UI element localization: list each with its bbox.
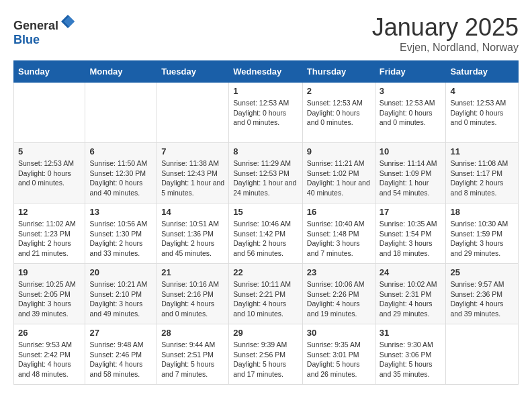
cell-content: Sunrise: 10:56 AM Sunset: 1:30 PM Daylig…: [89, 219, 152, 259]
day-number: 19: [18, 267, 81, 277]
day-number: 7: [161, 146, 224, 156]
calendar-cell: 27Sunrise: 9:48 AM Sunset: 2:46 PM Dayli…: [85, 324, 157, 385]
cell-content: Sunrise: 11:50 AM Sunset: 12:30 PM Dayli…: [89, 158, 152, 198]
day-number: 14: [161, 207, 224, 217]
calendar-cell: 26Sunrise: 9:53 AM Sunset: 2:42 PM Dayli…: [14, 324, 85, 385]
calendar-cell: 17Sunrise: 10:35 AM Sunset: 1:54 PM Dayl…: [375, 203, 446, 264]
cell-content: Sunrise: 10:46 AM Sunset: 1:42 PM Daylig…: [233, 219, 298, 259]
calendar-cell: 24Sunrise: 10:02 AM Sunset: 2:31 PM Dayl…: [375, 264, 446, 324]
calendar-cell: 16Sunrise: 10:40 AM Sunset: 1:48 PM Dayl…: [302, 203, 375, 264]
header-day-tuesday: Tuesday: [157, 61, 229, 83]
cell-content: Sunrise: 10:40 AM Sunset: 1:48 PM Daylig…: [307, 219, 371, 259]
cell-content: Sunrise: 9:30 AM Sunset: 3:06 PM Dayligh…: [380, 340, 442, 379]
day-number: 9: [307, 146, 371, 156]
day-number: 6: [89, 146, 152, 156]
day-number: 16: [307, 207, 371, 217]
calendar-cell: 8Sunrise: 11:29 AM Sunset: 12:53 PM Dayl…: [229, 143, 303, 203]
calendar-cell: 6Sunrise: 11:50 AM Sunset: 12:30 PM Dayl…: [85, 143, 157, 203]
calendar-cell: 9Sunrise: 11:21 AM Sunset: 1:02 PM Dayli…: [302, 143, 375, 203]
day-number: 30: [307, 328, 371, 338]
day-number: 2: [307, 86, 371, 96]
cell-content: Sunrise: 10:06 AM Sunset: 2:26 PM Daylig…: [307, 279, 371, 319]
calendar-cell: 5Sunset: 12:53 AM Daylight: 0 hours and …: [14, 143, 85, 203]
calendar-cell: 2Sunset: 12:53 AM Daylight: 0 hours and …: [302, 83, 375, 143]
cell-content: Sunrise: 9:57 AM Sunset: 2:36 PM Dayligh…: [450, 279, 514, 319]
day-number: 4: [450, 86, 514, 96]
cell-content: Sunrise: 10:35 AM Sunset: 1:54 PM Daylig…: [380, 219, 442, 259]
location-title: Evjen, Nordland, Norway: [372, 42, 519, 54]
day-number: 26: [18, 328, 81, 338]
title-section: January 2025 Evjen, Nordland, Norway: [372, 13, 519, 54]
cell-content: Sunrise: 11:14 AM Sunset: 1:09 PM Daylig…: [380, 158, 442, 198]
day-number: 1: [233, 86, 298, 96]
day-number: 21: [161, 267, 224, 277]
calendar-cell: 7Sunrise: 11:38 AM Sunset: 12:43 PM Dayl…: [157, 143, 229, 203]
day-number: 29: [233, 328, 298, 338]
calendar-cell: [85, 83, 157, 143]
calendar-week-row: 19Sunrise: 10:25 AM Sunset: 2:05 PM Dayl…: [14, 264, 519, 324]
cell-content: Sunrise: 11:38 AM Sunset: 12:43 PM Dayli…: [161, 158, 224, 198]
calendar-week-row: 12Sunrise: 11:02 AM Sunset: 1:23 PM Dayl…: [14, 203, 519, 264]
cell-content: Sunrise: 9:44 AM Sunset: 2:51 PM Dayligh…: [161, 340, 224, 379]
calendar-week-row: 26Sunrise: 9:53 AM Sunset: 2:42 PM Dayli…: [14, 324, 519, 385]
day-number: 11: [450, 146, 514, 156]
cell-content: Sunrise: 11:08 AM Sunset: 1:17 PM Daylig…: [450, 158, 514, 198]
calendar-cell: [157, 83, 229, 143]
day-number: 27: [89, 328, 152, 338]
cell-content: Sunrise: 10:16 AM Sunset: 2:16 PM Daylig…: [161, 279, 224, 319]
cell-content: Sunrise: 11:21 AM Sunset: 1:02 PM Daylig…: [307, 158, 371, 198]
cell-content: Sunset: 12:53 AM Daylight: 0 hours and 0…: [307, 98, 371, 128]
calendar-cell: 23Sunrise: 10:06 AM Sunset: 2:26 PM Dayl…: [302, 264, 375, 324]
cell-content: Sunrise: 10:51 AM Sunset: 1:36 PM Daylig…: [161, 219, 224, 259]
calendar-cell: 28Sunrise: 9:44 AM Sunset: 2:51 PM Dayli…: [157, 324, 229, 385]
calendar-cell: 1Sunset: 12:53 AM Daylight: 0 hours and …: [229, 83, 303, 143]
cell-content: Sunrise: 10:11 AM Sunset: 2:21 PM Daylig…: [233, 279, 298, 319]
calendar-table: SundayMondayTuesdayWednesdayThursdayFrid…: [13, 60, 519, 385]
day-number: 8: [233, 146, 298, 156]
calendar-cell: 25Sunrise: 9:57 AM Sunset: 2:36 PM Dayli…: [446, 264, 519, 324]
calendar-cell: 18Sunrise: 10:30 AM Sunset: 1:59 PM Dayl…: [446, 203, 519, 264]
header-day-saturday: Saturday: [446, 61, 519, 83]
cell-content: Sunrise: 10:30 AM Sunset: 1:59 PM Daylig…: [450, 219, 514, 259]
calendar-cell: 31Sunrise: 9:30 AM Sunset: 3:06 PM Dayli…: [375, 324, 446, 385]
header-day-monday: Monday: [85, 61, 157, 83]
calendar-cell: 21Sunrise: 10:16 AM Sunset: 2:16 PM Dayl…: [157, 264, 229, 324]
cell-content: Sunrise: 11:02 AM Sunset: 1:23 PM Daylig…: [18, 219, 81, 259]
logo-blue: Blue: [13, 33, 40, 46]
header-day-friday: Friday: [375, 61, 446, 83]
calendar-cell: [14, 83, 85, 143]
header-day-sunday: Sunday: [14, 61, 85, 83]
header-day-thursday: Thursday: [302, 61, 375, 83]
calendar-cell: [446, 324, 519, 385]
cell-content: Sunset: 12:53 AM Daylight: 0 hours and 0…: [450, 98, 514, 128]
calendar-cell: 30Sunrise: 9:35 AM Sunset: 3:01 PM Dayli…: [302, 324, 375, 385]
day-number: 23: [307, 267, 371, 277]
cell-content: Sunrise: 10:21 AM Sunset: 2:10 PM Daylig…: [89, 279, 152, 319]
cell-content: Sunrise: 11:29 AM Sunset: 12:53 PM Dayli…: [233, 158, 298, 198]
calendar-cell: 3Sunset: 12:53 AM Daylight: 0 hours and …: [375, 83, 446, 143]
calendar-week-row: 1Sunset: 12:53 AM Daylight: 0 hours and …: [14, 83, 519, 143]
cell-content: Sunrise: 10:25 AM Sunset: 2:05 PM Daylig…: [18, 279, 81, 319]
calendar-cell: 22Sunrise: 10:11 AM Sunset: 2:21 PM Dayl…: [229, 264, 303, 324]
calendar-cell: 4Sunset: 12:53 AM Daylight: 0 hours and …: [446, 83, 519, 143]
cell-content: Sunrise: 9:53 AM Sunset: 2:42 PM Dayligh…: [18, 340, 81, 379]
cell-content: Sunset: 12:53 AM Daylight: 0 hours and 0…: [380, 98, 442, 128]
cell-content: Sunrise: 10:02 AM Sunset: 2:31 PM Daylig…: [380, 279, 442, 319]
logo-icon: [60, 13, 76, 30]
page-header: General Blue January 2025 Evjen, Nordlan…: [13, 13, 519, 54]
calendar-cell: 15Sunrise: 10:46 AM Sunset: 1:42 PM Dayl…: [229, 203, 303, 264]
day-number: 22: [233, 267, 298, 277]
cell-content: Sunrise: 9:39 AM Sunset: 2:56 PM Dayligh…: [233, 340, 298, 379]
calendar-week-row: 5Sunset: 12:53 AM Daylight: 0 hours and …: [14, 143, 519, 203]
day-number: 25: [450, 267, 514, 277]
calendar-header-row: SundayMondayTuesdayWednesdayThursdayFrid…: [14, 61, 519, 83]
day-number: 24: [380, 267, 442, 277]
logo-general: General: [13, 19, 58, 32]
day-number: 17: [380, 207, 442, 217]
day-number: 13: [89, 207, 152, 217]
header-day-wednesday: Wednesday: [229, 61, 303, 83]
day-number: 20: [89, 267, 152, 277]
cell-content: Sunrise: 9:48 AM Sunset: 2:46 PM Dayligh…: [89, 340, 152, 379]
month-title: January 2025: [372, 13, 519, 42]
cell-content: Sunrise: 9:35 AM Sunset: 3:01 PM Dayligh…: [307, 340, 371, 379]
